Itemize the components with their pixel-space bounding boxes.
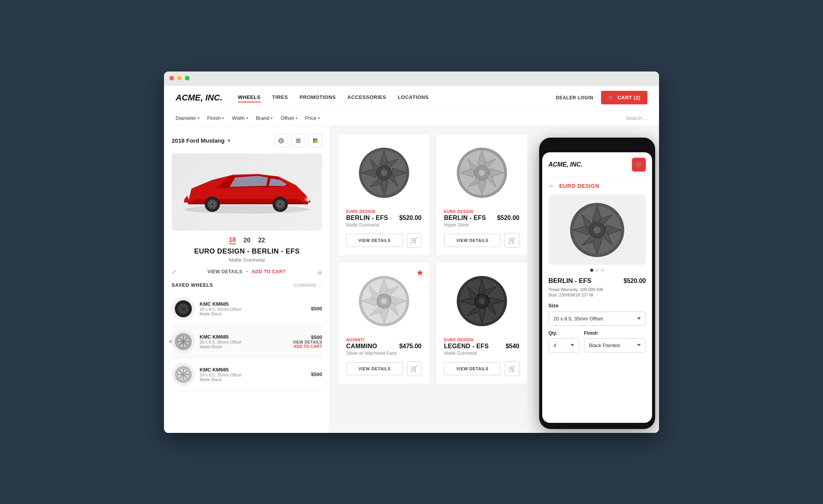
nav-locations[interactable]: LOCATIONS xyxy=(398,93,429,102)
nav-accessories[interactable]: ACCESSORIES xyxy=(347,93,386,102)
phone-cart-button[interactable]: 🛒 xyxy=(632,158,646,172)
search-placeholder: Search ... xyxy=(626,115,647,121)
saved-wheel-item: KMC KM685 20 x 8.5, 35mm Offset Matte Bl… xyxy=(172,293,322,325)
filter-offset[interactable]: Offset ▾ xyxy=(280,115,297,121)
dot-1[interactable] xyxy=(590,269,593,272)
phone-qty-label: Qty. xyxy=(548,330,579,336)
nav-tires[interactable]: TIRES xyxy=(272,93,288,102)
expand-icon[interactable]: ⤢ xyxy=(172,269,176,275)
search-area: Search ... xyxy=(626,115,647,121)
site-header: ACME, INC. WHEELS TIRES PROMOTIONS ACCES… xyxy=(164,85,659,111)
vehicle-dropdown[interactable]: 2018 Ford Mustang ▾ xyxy=(172,137,230,144)
view-details-button[interactable]: VIEW DETAILS xyxy=(444,234,501,247)
add-to-cart-button[interactable]: 🛒 xyxy=(505,361,519,376)
filter-diameter[interactable]: Diameter ▾ xyxy=(176,115,200,121)
phone-product-info: BERLIN - EFS $520.00 Tread Warranty: 100… xyxy=(542,277,652,357)
phone-qty-select[interactable]: 4 xyxy=(548,338,579,352)
product-price: $520.00 xyxy=(497,215,519,221)
saved-wheel-info: KMC KM685 20 x 8.5, 35mm Offset Matte Bl… xyxy=(200,301,306,316)
phone-mockup: ACME, INC. 🛒 ← EURO DESIGN xyxy=(539,138,655,429)
print-icon[interactable]: 🖨 xyxy=(317,269,322,275)
phone-size-select[interactable]: 20 x 8.5, 35mm Offset xyxy=(548,312,646,326)
saved-wheel-finish: Matte Black xyxy=(200,377,306,382)
cart-button[interactable]: 🛒 CART (2) xyxy=(601,91,647,104)
size-20[interactable]: 20 xyxy=(244,237,251,244)
dot-2[interactable] xyxy=(596,269,599,272)
svg-point-61 xyxy=(479,170,485,176)
mac-titlebar xyxy=(164,72,659,85)
view-details-button[interactable]: VIEW DETAILS xyxy=(346,234,403,247)
saved-wheel-spec: 20 x 8.5, 35mm Offset xyxy=(200,340,288,344)
header-right: DEALER LOGIN 🛒 CART (2) xyxy=(556,91,647,104)
cart-icon: 🛒 xyxy=(608,95,615,100)
nav-promotions[interactable]: PROMOTIONS xyxy=(299,93,336,102)
view-color-button[interactable] xyxy=(308,134,322,148)
view-icons xyxy=(274,134,322,148)
dot-3[interactable] xyxy=(601,269,604,272)
phone-notch xyxy=(582,144,613,152)
filter-width[interactable]: Width ▾ xyxy=(232,115,248,121)
filter-price-label: Price xyxy=(305,115,317,121)
view-lines-button[interactable] xyxy=(291,134,305,148)
saved-wheel-thumb xyxy=(172,330,195,353)
phone-qty-finish: Qty. 4 Finish Black Painted xyxy=(548,330,646,357)
svg-point-5 xyxy=(313,138,315,141)
filter-finish[interactable]: Finish ▾ xyxy=(207,115,224,121)
chevron-down-icon: ▾ xyxy=(271,116,273,120)
cart-label: CART (2) xyxy=(617,95,640,100)
saved-wheel-thumb xyxy=(172,363,195,386)
add-to-cart-button[interactable]: 🛒 xyxy=(407,233,422,248)
saved-add-link[interactable]: ADD TO CART xyxy=(294,344,322,349)
product-actions: VIEW DETAILS 🛒 xyxy=(346,233,422,248)
nav-wheels[interactable]: WHEELS xyxy=(238,93,261,102)
filter-price[interactable]: Price ▾ xyxy=(305,115,320,121)
selected-wheel-finish: Matte Gunmetal xyxy=(172,257,322,263)
saved-wheel-price: $500 xyxy=(311,371,322,377)
selected-wheel-name: EURO DESIGN - BERLIN - EFS xyxy=(172,247,322,255)
size-22[interactable]: 22 xyxy=(258,237,265,244)
car-preview xyxy=(172,153,322,231)
saved-wheels-header: SAVED WHEELS COMPARE ... xyxy=(172,283,322,288)
product-actions: VIEW DETAILS 🛒 xyxy=(346,361,422,376)
view-details-button[interactable]: VIEW DETAILS xyxy=(346,362,403,375)
compare-link[interactable]: COMPARE ... xyxy=(294,283,322,288)
chevron-down-icon: ▾ xyxy=(246,116,248,120)
phone-product-name: BERLIN - EFS xyxy=(548,277,591,285)
mac-window: ACME, INC. WHEELS TIRES PROMOTIONS ACCES… xyxy=(164,72,659,433)
favorite-star-icon[interactable]: ★ xyxy=(416,268,424,278)
saved-wheel-info: KMC KM685 20 x 8.5, 35mm Offset Matte Bl… xyxy=(200,367,306,382)
svg-rect-2 xyxy=(296,139,301,140)
view-add-center: VIEW DETAILS • ADD TO CART xyxy=(207,269,286,274)
phone-finish-select[interactable]: Black Painted xyxy=(584,338,646,352)
product-name: BERLIN - EFS xyxy=(346,215,388,221)
remove-icon[interactable]: ✕ xyxy=(169,339,172,344)
product-card: EURO DESIGN LEGEND - EFS $540 Matte Gunm… xyxy=(436,262,528,384)
phone-section-title: EURO DESIGN xyxy=(559,183,599,189)
add-to-cart-button[interactable]: 🛒 xyxy=(407,361,422,376)
saved-view-link[interactable]: VIEW DETAILS xyxy=(293,340,322,344)
svg-point-9 xyxy=(184,205,310,214)
minimize-button[interactable] xyxy=(177,76,182,80)
saved-wheel-finish: Matte Black xyxy=(200,312,306,316)
size-18[interactable]: 18 xyxy=(229,237,236,244)
view-details-link[interactable]: VIEW DETAILS xyxy=(207,269,242,274)
filter-brand[interactable]: Brand ▾ xyxy=(256,115,273,121)
product-finish: Matte Gunmetal xyxy=(444,351,519,356)
phone-back-button[interactable]: ← xyxy=(548,182,555,190)
filter-brand-label: Brand xyxy=(256,115,270,121)
add-to-cart-button[interactable]: 🛒 xyxy=(505,233,519,248)
product-image xyxy=(444,142,519,204)
product-price: $475.00 xyxy=(399,343,422,350)
saved-wheel-spec: 20 x 8.5, 35mm Offset xyxy=(200,373,306,377)
dealer-login-link[interactable]: DEALER LOGIN xyxy=(556,95,593,100)
size-selector: 18 20 22 xyxy=(172,237,322,244)
view-3d-button[interactable] xyxy=(274,134,288,148)
product-price: $520.00 xyxy=(399,215,422,221)
maximize-button[interactable] xyxy=(185,76,190,80)
view-details-button[interactable]: VIEW DETAILS xyxy=(444,362,501,375)
filter-finish-label: Finish xyxy=(207,115,221,121)
product-actions: VIEW DETAILS 🛒 xyxy=(444,233,519,248)
close-button[interactable] xyxy=(169,76,174,80)
chevron-down-icon: ▾ xyxy=(318,116,320,120)
add-to-cart-link[interactable]: ADD TO CART xyxy=(252,269,286,274)
